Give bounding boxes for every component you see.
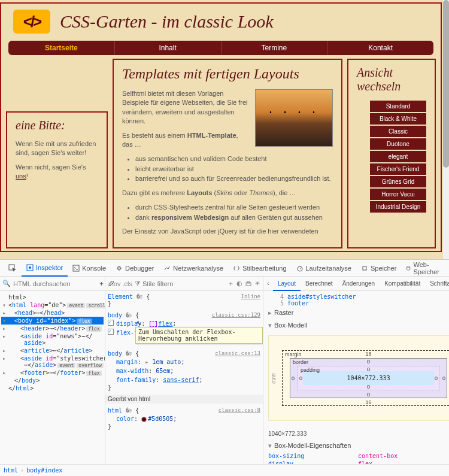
theme-option[interactable]: Standard [370, 101, 426, 112]
css-selector[interactable]: body [108, 312, 122, 319]
rule-source-link[interactable]: classic.css:13 [215, 350, 260, 356]
rules-filter-input[interactable] [142, 280, 225, 287]
main-nav: Startseite Inhalt Termine Kontakt [8, 41, 433, 55]
boxmodel-accordion[interactable]: ▾Box-Modell [268, 319, 449, 332]
dom-node[interactable]: </body> [1, 377, 104, 384]
aside-heading: eine Bitte: [16, 119, 98, 132]
css-property[interactable]: font-family: sans-serif; [108, 375, 260, 384]
property-checkbox[interactable] [108, 329, 114, 335]
svg-rect-3 [73, 265, 79, 271]
tab-style-editor[interactable]: Stilbearbeitung [228, 260, 291, 277]
theme-option[interactable]: elegant [370, 151, 426, 162]
add-icon[interactable]: ＋ [98, 279, 105, 288]
tab-computed[interactable]: Berechnet [301, 277, 338, 291]
dom-node[interactable]: ▸<footer>⋯</footer>flex [1, 369, 104, 377]
css-property[interactable]: margin: ▸ 1em auto; [108, 357, 260, 366]
theme-option[interactable]: Fischer's Friend [370, 163, 426, 175]
nav-kontakt[interactable]: Kontakt [327, 41, 433, 54]
dom-search-input[interactable] [13, 280, 96, 287]
css-selector[interactable]: body [108, 350, 122, 357]
box-model-prop[interactable]: displayflex [268, 460, 449, 464]
aside-heading: Ansicht wechseln [357, 66, 426, 93]
tab-network[interactable]: Netzwerkanalyse [159, 260, 228, 277]
svg-point-2 [29, 266, 31, 269]
scroll-left-icon[interactable]: ‹ [263, 277, 273, 291]
search-icon: 🔍 [2, 280, 11, 287]
breadcrumbs: html › body#index [0, 464, 449, 476]
theme-list: Standard Black & White Classic Duotone e… [357, 101, 426, 213]
svg-rect-6 [363, 266, 366, 270]
main-article: Templates mit fertigen Layouts Selfhtml … [113, 59, 342, 248]
dom-panel: 🔍 ＋ html>▾<html lang="de">eventscroll▸<h… [0, 277, 105, 464]
paragraph: Dazu gibt es mehrere Layouts (Skins oder… [122, 189, 333, 198]
aside-news: eine Bitte: Wenn Sie mit uns zufrieden s… [6, 111, 108, 248]
scrollbar[interactable] [443, 0, 449, 259]
feature-list: aus semantischen und validem Code besteh… [122, 154, 333, 184]
tooltip: Zum Umschalten der Flexbox-Hervorhebung … [135, 327, 263, 344]
color-scheme-icon[interactable]: ☀ [254, 280, 260, 287]
rule-source-link[interactable]: classic.css:129 [212, 312, 260, 318]
flex-highlight-icon[interactable] [150, 321, 157, 327]
list-item[interactable]: 4aside#styleswitcher [268, 293, 449, 300]
list-item[interactable]: 5footer› [268, 300, 449, 307]
css-selector[interactable]: html [108, 407, 122, 414]
site-header: </> CSS-Garten - im classic Look [4, 6, 438, 41]
aside-styleswitcher: Ansicht wechseln Standard Black & White … [347, 59, 436, 248]
webpage-preview: </> CSS-Garten - im classic Look Startse… [0, 0, 449, 259]
boxprops-accordion[interactable]: ▾Box-Modell-Eigenschaften [268, 439, 449, 452]
tab-inspector[interactable]: Inspektor [22, 260, 68, 277]
dom-node[interactable]: ▸<article>⋯</article> [1, 347, 104, 354]
tab-compat[interactable]: Kompatibilität [380, 277, 425, 291]
dom-node[interactable]: ▸<head>⋯</head> [1, 309, 104, 317]
dom-node[interactable]: ▸<aside id="styleswitcher"> ⋯</aside>eve… [1, 354, 104, 369]
paragraph: Der Einsatz von JavaScript oder jQuery i… [122, 227, 333, 236]
theme-option[interactable]: Classic [370, 126, 426, 137]
crumb[interactable]: body#index [26, 467, 62, 474]
box-model-diagram[interactable]: auto auto margin 1616 border 0000 paddin… [268, 335, 449, 421]
tab-layout[interactable]: Layout [273, 277, 301, 291]
raster-accordion[interactable]: ▸Raster [268, 307, 449, 319]
css-property[interactable]: color: #5d0505; [108, 414, 260, 423]
add-rule-icon[interactable]: ＋ [227, 279, 234, 288]
dom-node[interactable]: html> [1, 293, 104, 301]
css-property[interactable]: max-width: 65em; [108, 366, 260, 375]
crumb[interactable]: html [4, 467, 18, 474]
dom-node[interactable]: ▸<header>⋯</header>flex [1, 325, 104, 332]
svg-rect-4 [118, 267, 120, 269]
nav-termine[interactable]: Termine [222, 41, 328, 54]
feature-list: durch CSS-Stylesheets zentral für alle S… [122, 202, 333, 222]
nav-inhalt[interactable]: Inhalt [115, 41, 222, 54]
tab-performance[interactable]: Laufzeitanalyse [292, 260, 356, 277]
box-model-prop[interactable]: box-sizingcontent-box [268, 452, 449, 460]
element-picker-icon[interactable] [4, 260, 22, 277]
layout-tabs: ‹ Layout Berechnet Änderungen Kompatibil… [263, 277, 449, 291]
theme-option[interactable]: Industrial Design [370, 201, 426, 213]
element-selector[interactable]: Element [108, 293, 133, 300]
property-checkbox[interactable] [108, 320, 114, 326]
dom-node[interactable]: ▸<aside id="news">⋯</ aside> [1, 332, 104, 347]
tab-console[interactable]: Konsole [68, 260, 111, 277]
rule-source-link[interactable]: classic.css:8 [219, 407, 260, 413]
tab-debugger[interactable]: Debugger [111, 260, 159, 277]
contact-link[interactable]: uns [16, 172, 26, 180]
dom-node[interactable]: ▾<body id="index">flex [1, 317, 104, 325]
dom-node[interactable]: ▾<html lang="de">eventscroll [1, 301, 104, 309]
dom-tree[interactable]: html>▾<html lang="de">eventscroll▸<head>… [0, 291, 105, 464]
pseudo-toggle[interactable]: :hov .cls [108, 280, 132, 287]
color-swatch-icon[interactable] [141, 417, 147, 422]
theme-option[interactable]: Duotone [370, 138, 426, 150]
tab-storage[interactable]: Web-Speicher [401, 260, 446, 277]
theme-option[interactable]: Black & White [370, 113, 426, 125]
box-model-props: box-sizingcontent-boxdisplayflexfloatnon… [268, 452, 449, 464]
print-media-icon[interactable] [245, 280, 252, 287]
tab-fonts[interactable]: Schriftarter [425, 277, 449, 291]
nav-startseite[interactable]: Startseite [8, 41, 115, 54]
theme-option[interactable]: Horror Vacui [370, 189, 426, 200]
overflow-icon[interactable]: » [447, 260, 449, 277]
tab-memory[interactable]: Speicher [356, 260, 401, 277]
tab-changes[interactable]: Änderungen [338, 277, 380, 291]
theme-option[interactable]: Grünes Grid [370, 176, 426, 187]
dom-node[interactable]: </html> [1, 384, 104, 392]
contrast-icon[interactable]: ◐ [236, 280, 242, 287]
article-heading: Templates mit fertigen Layouts [122, 66, 333, 82]
